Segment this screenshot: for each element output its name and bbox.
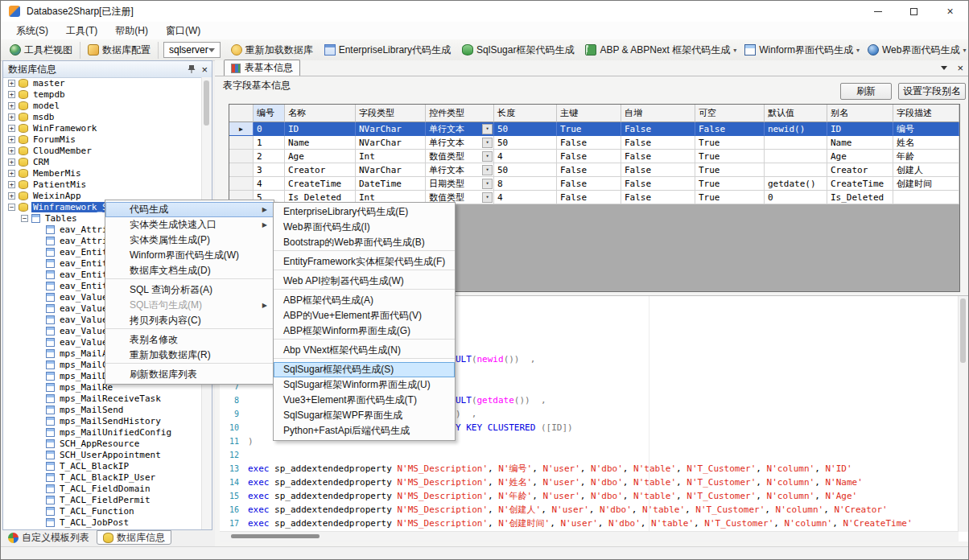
tree-item-table[interactable]: T_ACL_FieldPermit <box>3 494 202 505</box>
editor-vertical-scrollbar-thumb[interactable] <box>960 299 966 363</box>
grid-row[interactable]: 4 CreateTime DateTime 日期类型▾ 8 False Fals… <box>229 177 959 191</box>
cell-description[interactable]: 创建时间 <box>893 177 959 191</box>
context-menu-item[interactable]: Winform界面代码生成(W) <box>105 248 274 263</box>
tree-item-database[interactable]: +WinFramework <box>3 122 202 134</box>
cell-name[interactable]: Creator <box>285 163 356 177</box>
dropdown-button[interactable]: ▾ <box>482 138 493 148</box>
submenu-item[interactable]: SqlSugar框架WPF界面生成 <box>274 408 455 423</box>
menu-bar-item[interactable]: 系统(S) <box>7 22 57 39</box>
refresh-button[interactable]: 刷新 <box>840 83 892 100</box>
context-menu-item[interactable]: 数据库文档生成(D) <box>105 263 274 279</box>
context-menu-item[interactable]: SQL语句生成(M)▶ <box>105 298 274 313</box>
cell-nullable[interactable]: True <box>695 163 765 177</box>
expand-icon[interactable]: + <box>8 159 15 166</box>
cell-length[interactable]: 50 <box>494 122 557 136</box>
tree-item-table[interactable]: T_ACL_FieldDomain <box>3 483 202 494</box>
expand-icon[interactable]: + <box>8 147 15 154</box>
cell-field-type[interactable]: Int <box>356 150 426 163</box>
panel-close-icon[interactable]: × <box>201 64 208 75</box>
cell-name[interactable]: CreateTime <box>285 177 356 191</box>
cell-num[interactable]: 2 <box>254 150 285 163</box>
cell-control-type[interactable]: 单行文本▾ <box>426 163 494 177</box>
cell-primary-key[interactable]: True <box>557 122 621 136</box>
tree-item-database[interactable]: +CRM <box>3 156 202 167</box>
grid-column-header[interactable]: 长度 <box>494 105 557 122</box>
tree-item-table[interactable]: SCH_UserAppointment <box>3 449 202 460</box>
tree-item-database[interactable]: +tempdb <box>3 89 202 100</box>
expand-icon[interactable]: + <box>8 113 15 121</box>
submenu-item[interactable]: Bootstrap的Web界面代码生成(B) <box>274 235 455 251</box>
cell-nullable[interactable]: False <box>695 122 765 136</box>
minimize-button[interactable] <box>860 1 896 22</box>
menu-bar-item[interactable]: 帮助(H) <box>106 22 157 39</box>
collapse-icon[interactable]: − <box>21 215 28 222</box>
cell-alias[interactable]: Is_Deleted <box>827 191 893 204</box>
dropdown-button[interactable]: ▾ <box>482 179 493 189</box>
toolbar-button[interactable]: EnterpriseLibrary代码生成 <box>320 42 458 59</box>
dropdown-button[interactable]: ▾ <box>482 192 493 203</box>
row-header-cell[interactable] <box>229 136 254 150</box>
cell-default-value[interactable] <box>765 136 827 150</box>
tree-item-database[interactable]: +msdb <box>3 111 202 122</box>
submenu-item[interactable]: ABP框架Winform界面生成(G) <box>274 323 455 340</box>
context-menu-item[interactable]: 实体类生成快速入口▶ <box>105 217 274 233</box>
cell-name[interactable]: Name <box>285 136 356 150</box>
cell-description[interactable]: 年龄 <box>893 150 959 163</box>
toolbar-button[interactable]: 数据库配置 <box>84 42 159 59</box>
cell-auto-increment[interactable]: False <box>621 177 695 191</box>
cell-description[interactable]: 编号 <box>893 122 959 136</box>
submenu-item[interactable]: EnterpriseLibrary代码生成(E) <box>274 204 455 220</box>
cell-control-type[interactable]: 日期类型▾ <box>426 177 494 191</box>
cell-alias[interactable]: Age <box>827 150 893 163</box>
cell-length[interactable]: 50 <box>494 136 557 150</box>
cell-length[interactable]: 50 <box>494 163 557 177</box>
context-menu-item[interactable]: 拷贝列表内容(C) <box>105 313 274 329</box>
tree-item-table[interactable]: mps_MailUnifiedConfig <box>3 426 202 438</box>
dropdown-button[interactable]: ▾ <box>482 124 493 134</box>
tab-table-basic-info[interactable]: 表基本信息 <box>224 60 300 76</box>
submenu-item[interactable]: Python+FastApi后端代码生成 <box>274 423 455 439</box>
submenu-item[interactable]: EntityFramework实体框架代码生成(F) <box>274 254 455 270</box>
toolbar-button[interactable]: 工具栏视图 <box>6 42 80 59</box>
submenu-item[interactable]: Web界面代码生成(I) <box>274 220 455 235</box>
toolbar-button[interactable]: Web界面代码生成▾ <box>864 42 969 59</box>
toolbar-button[interactable]: 重新加载数据库 <box>227 42 320 59</box>
cell-length[interactable]: 4 <box>494 150 557 163</box>
close-button[interactable]: × <box>932 1 968 22</box>
editor-vertical-scrollbar[interactable] <box>958 296 968 532</box>
tree-item-table[interactable]: mps_MailSend <box>3 404 202 415</box>
pin-icon[interactable] <box>188 64 196 74</box>
cell-nullable[interactable]: True <box>695 191 765 204</box>
tree-item-table[interactable]: T_ACL_BlackIP <box>3 460 202 471</box>
editor-horizontal-scrollbar[interactable] <box>220 531 959 541</box>
expand-icon[interactable]: + <box>8 125 15 132</box>
cell-auto-increment[interactable]: False <box>621 163 695 177</box>
row-header-cell[interactable] <box>229 177 254 191</box>
expand-icon[interactable]: + <box>8 80 15 87</box>
tree-item-table[interactable]: T_ACL_BlackIP_User <box>3 471 202 483</box>
context-menu-item[interactable]: 代码生成▶ <box>105 202 274 217</box>
cell-control-type[interactable]: 单行文本▾ <box>426 122 494 136</box>
context-menu-item[interactable]: 实体类属性生成(P) <box>105 233 274 248</box>
tree-item-database[interactable]: +model <box>3 100 202 111</box>
submenu-item[interactable]: SqlSugar框架代码生成(S) <box>274 362 455 377</box>
expand-icon[interactable]: + <box>8 192 15 200</box>
submenu-item[interactable]: ABP的Vue+Element界面代码(V) <box>274 308 455 323</box>
cell-default-value[interactable]: getdate() <box>765 177 827 191</box>
row-header-cell[interactable] <box>229 150 254 163</box>
tree-item-database[interactable]: +CloudMember <box>3 145 202 156</box>
dropdown-button[interactable]: ▾ <box>482 151 493 162</box>
cell-name[interactable]: Age <box>285 150 356 163</box>
cell-primary-key[interactable]: False <box>557 191 621 204</box>
cell-field-type[interactable]: NVarChar <box>356 136 426 150</box>
cell-num[interactable]: 3 <box>254 163 285 177</box>
submenu-item[interactable]: Web API控制器代码生成(W) <box>274 274 455 290</box>
cell-auto-increment[interactable]: False <box>621 122 695 136</box>
tree-item-database[interactable]: +master <box>3 77 202 89</box>
cell-nullable[interactable]: True <box>695 177 765 191</box>
editor-horizontal-scrollbar-thumb[interactable] <box>231 534 320 538</box>
cell-auto-increment[interactable]: False <box>621 191 695 204</box>
cell-alias[interactable]: Creator <box>827 163 893 177</box>
cell-alias[interactable]: CreateTime <box>827 177 893 191</box>
grid-column-header[interactable]: 字段类型 <box>356 105 426 122</box>
